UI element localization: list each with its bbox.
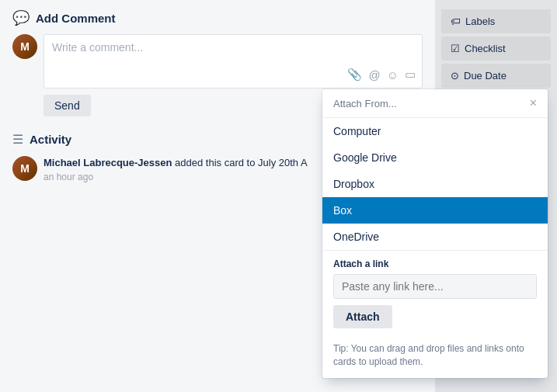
comment-area: M Write a comment... 📎 @ ☺ ▭ [12, 34, 423, 88]
labels-icon: 🏷 [451, 16, 461, 27]
attach-option-computer[interactable]: Computer [322, 118, 548, 144]
activity-avatar-image: M [12, 156, 37, 181]
attach-link-section: Attach a link Attach [322, 250, 548, 336]
attach-panel-title: Attach From... [333, 98, 397, 109]
comment-icon: 💬 [12, 9, 30, 26]
activity-icon: ☰ [12, 132, 23, 147]
mention-icon[interactable]: @ [368, 68, 380, 82]
attach-link-label: Attach a link [333, 258, 537, 269]
attach-button[interactable]: Attach [333, 305, 392, 328]
attach-link-input[interactable] [333, 274, 537, 299]
send-button[interactable]: Send [44, 95, 91, 116]
attach-close-button[interactable]: × [530, 97, 537, 109]
activity-action: added this card to July 20th A [175, 157, 308, 168]
due-date-icon: ⊙ [451, 70, 459, 82]
checklist-icon: ☑ [451, 43, 460, 54]
add-comment-header: 💬 Add Comment [12, 9, 423, 26]
attach-tip: Tip: You can drag and drop files and lin… [322, 336, 548, 378]
comment-box[interactable]: Write a comment... 📎 @ ☺ ▭ [44, 34, 423, 88]
attach-header: Attach From... × [322, 89, 548, 118]
attachment-icon[interactable]: 📎 [347, 68, 362, 82]
activity-time: an hour ago [44, 172, 308, 182]
emoji-icon[interactable]: ☺ [387, 68, 399, 82]
avatar: M [12, 34, 37, 59]
sidebar-item-checklist[interactable]: ☑ Checklist [441, 36, 551, 61]
comment-placeholder: Write a comment... [52, 41, 143, 54]
card-icon[interactable]: ▭ [405, 68, 416, 82]
due-date-label: Due Date [464, 70, 507, 82]
activity-avatar: M [12, 156, 37, 181]
attach-panel: Attach From... × Computer Google Drive D… [322, 89, 548, 378]
attach-option-google-drive[interactable]: Google Drive [322, 144, 548, 171]
add-comment-title: Add Comment [36, 12, 116, 25]
labels-label: Labels [465, 16, 495, 27]
avatar-image: M [12, 34, 37, 59]
attach-option-box[interactable]: Box [322, 197, 548, 224]
comment-toolbar: 📎 @ ☺ ▭ [347, 68, 416, 82]
activity-title: Activity [30, 133, 71, 146]
attach-option-onedrive[interactable]: OneDrive [322, 224, 548, 250]
sidebar-item-labels[interactable]: 🏷 Labels [441, 9, 551, 33]
checklist-label: Checklist [465, 43, 506, 54]
activity-text: Michael Labrecque-Jessen added this card… [44, 156, 308, 170]
sidebar-item-due-date[interactable]: ⊙ Due Date [441, 64, 551, 88]
activity-content: Michael Labrecque-Jessen added this card… [44, 156, 308, 182]
activity-user: Michael Labrecque-Jessen [44, 157, 172, 168]
attach-option-dropbox[interactable]: Dropbox [322, 171, 548, 197]
